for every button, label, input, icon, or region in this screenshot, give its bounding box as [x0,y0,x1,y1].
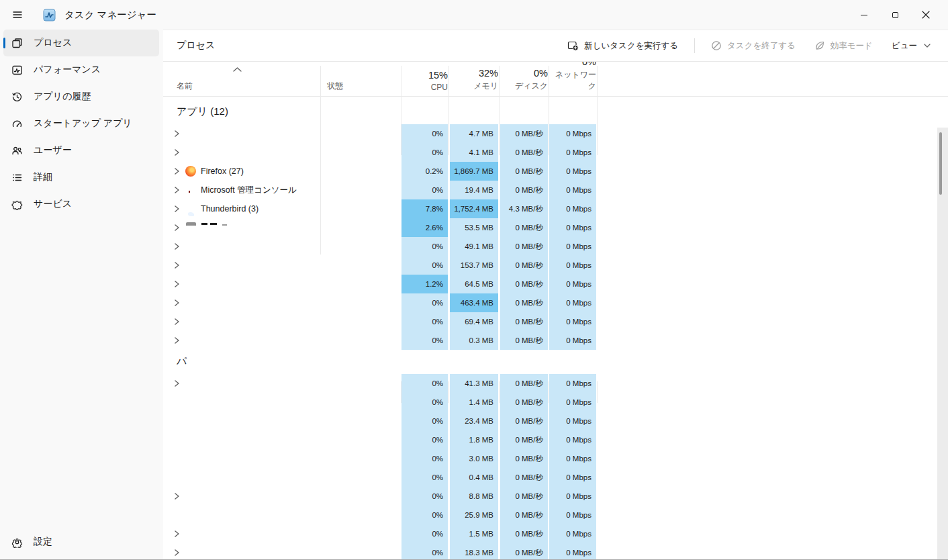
network-cell: 0 Mbps [549,199,596,218]
sidebar-item-startup[interactable]: スタートアップ アプリ [3,110,159,137]
memory-cell: 64.5 MB [450,275,498,293]
cpu-cell: 0% [401,181,448,199]
memory-cell: 0.3 MB [450,331,498,350]
process-row[interactable]: Thunderbird (3)7.8% 1,752.4 MB 4.3 MB/秒 … [163,199,937,218]
expand-chevron-icon[interactable] [174,205,180,213]
run-new-task-button[interactable]: 新しいタスクを実行する [561,36,685,56]
table-body: アプリ (12)0% 4.7 MB 0 MB/秒 0 Mbps0% 4.1 MB… [163,97,937,559]
clipped-app-icon [186,222,196,226]
cpu-cell: 0% [401,256,448,275]
network-cell: 0 Mbps [549,449,596,468]
process-row[interactable]: 0% 25.9 MB 0 MB/秒 0 Mbps [163,506,937,524]
process-row[interactable]: 0% 49.1 MB 0 MB/秒 0 Mbps [163,237,937,256]
column-header-network[interactable]: 0% ネットワーク [549,62,596,96]
memory-cell: 53.5 MB [450,218,498,237]
end-task-button[interactable]: タスクを終了する [704,36,802,56]
memory-cell: 1,869.7 MB [450,162,498,181]
sidebar-item-history[interactable]: アプリの履歴 [3,83,159,110]
process-row[interactable]: 0% 3.0 MB 0 MB/秒 0 Mbps [163,449,937,468]
hamburger-menu-icon[interactable] [7,4,28,26]
performance-icon [11,64,23,76]
process-row[interactable]: 0% 1.4 MB 0 MB/秒 0 Mbps [163,393,937,412]
expand-chevron-icon[interactable] [174,262,180,269]
process-row[interactable]: Firefox (27)0.2% 1,869.7 MB 0 MB/秒 0 Mbp… [163,162,937,181]
cpu-cell: 0% [401,393,448,412]
expand-chevron-icon[interactable] [174,130,180,138]
memory-cell: 1.8 MB [450,430,498,449]
sidebar-item-performance[interactable]: パフォーマンス [3,56,159,83]
expand-chevron-icon[interactable] [174,493,180,500]
process-row[interactable]: 0% 4.7 MB 0 MB/秒 0 Mbps [163,124,937,143]
sidebar-item-settings[interactable]: 設定 [3,528,159,555]
disk-cell: 0 MB/秒 [500,218,548,237]
disk-cell: 0 MB/秒 [500,506,548,524]
process-row[interactable]: 2.6% 53.5 MB 0 MB/秒 0 Mbps [163,218,937,237]
column-header-status[interactable]: 状態 [327,81,343,92]
expand-chevron-icon[interactable] [174,243,180,250]
memory-cell: 69.4 MB [450,312,498,331]
processes-icon [11,38,23,49]
column-header-name[interactable]: 名前 [177,81,193,92]
process-row[interactable]: 0% 1.5 MB 0 MB/秒 0 Mbps [163,524,937,543]
memory-cell: 3.0 MB [450,449,498,468]
process-row[interactable]: 0% 463.4 MB 0 MB/秒 0 Mbps [163,293,937,312]
table-column-headers: 名前 状態 15% CPU 32% メモリ 0% ディスク 0% ネットワーク [163,66,597,96]
maximize-button[interactable] [880,0,910,30]
process-row[interactable]: 0% 4.1 MB 0 MB/秒 0 Mbps [163,143,937,162]
process-row[interactable]: 0% 8.8 MB 0 MB/秒 0 Mbps [163,487,937,506]
cpu-cell: 7.8% [401,199,448,218]
expand-chevron-icon[interactable] [174,318,180,326]
section-header: パ [163,350,937,374]
sidebar-item-label: パフォーマンス [34,64,101,76]
process-row[interactable]: 1.2% 64.5 MB 0 MB/秒 0 Mbps [163,275,937,293]
memory-cell: 18.3 MB [450,543,498,559]
scrollbar-thumb[interactable] [939,132,942,195]
process-row[interactable]: 0% 18.3 MB 0 MB/秒 0 Mbps [163,543,937,559]
disk-cell: 4.3 MB/秒 [500,199,548,218]
expand-chevron-icon[interactable] [174,149,180,156]
cpu-cell: 0% [401,412,448,430]
column-header-cpu[interactable]: 15% CPU [401,70,448,96]
expand-chevron-icon[interactable] [174,299,180,307]
efficiency-mode-button[interactable]: 効率モード [808,36,880,56]
vertical-scrollbar[interactable] [937,128,948,560]
disk-cell: 0 MB/秒 [500,468,548,487]
sidebar-item-processes[interactable]: プロセス [3,30,159,56]
process-row[interactable]: 0% 41.3 MB 0 MB/秒 0 Mbps [163,374,937,393]
expand-chevron-icon[interactable] [174,530,180,538]
column-header-disk[interactable]: 0% ディスク [500,68,548,96]
cpu-cell: 0% [401,331,448,350]
process-row[interactable]: 0% 0.4 MB 0 MB/秒 0 Mbps [163,468,937,487]
process-row[interactable]: 0% 1.8 MB 0 MB/秒 0 Mbps [163,430,937,449]
expand-chevron-icon[interactable] [174,281,180,288]
process-row[interactable]: 0% 69.4 MB 0 MB/秒 0 Mbps [163,312,937,331]
toolbar: 新しいタスクを実行する タスクを終了する 効率モード ビュー [561,36,937,56]
expand-chevron-icon[interactable] [174,187,180,194]
column-header-memory[interactable]: 32% メモリ [450,68,498,96]
sidebar-item-users[interactable]: ユーザー [3,137,159,164]
sidebar-item-details[interactable]: 詳細 [3,164,159,191]
process-row[interactable]: Microsoft 管理コンソール0% 19.4 MB 0 MB/秒 0 Mbp… [163,181,937,199]
expand-chevron-icon[interactable] [174,337,180,344]
disk-cell: 0 MB/秒 [500,524,548,543]
view-dropdown[interactable]: ビュー [885,36,937,56]
sidebar-bottom: 設定 [0,528,163,555]
process-row[interactable]: 0% 23.4 MB 0 MB/秒 0 Mbps [163,412,937,430]
settings-icon [11,536,23,548]
expand-chevron-icon[interactable] [174,168,180,175]
expand-chevron-icon[interactable] [174,380,180,387]
cpu-cell: 1.2% [401,275,448,293]
disk-cell: 0 MB/秒 [500,293,548,312]
expand-chevron-icon[interactable] [174,549,180,557]
memory-cell: 1,752.4 MB [450,199,498,218]
window-controls [849,0,948,30]
close-button[interactable] [910,0,941,30]
task-manager-logo-icon [43,9,56,21]
minimize-button[interactable] [849,0,880,30]
process-row[interactable]: 0% 153.7 MB 0 MB/秒 0 Mbps [163,256,937,275]
disk-cell: 0 MB/秒 [500,393,548,412]
sidebar-item-services[interactable]: サービス [3,191,159,218]
expand-chevron-icon[interactable] [174,224,180,232]
sidebar-item-label: アプリの履歴 [34,91,91,103]
process-row[interactable]: 0% 0.3 MB 0 MB/秒 0 Mbps [163,331,937,350]
